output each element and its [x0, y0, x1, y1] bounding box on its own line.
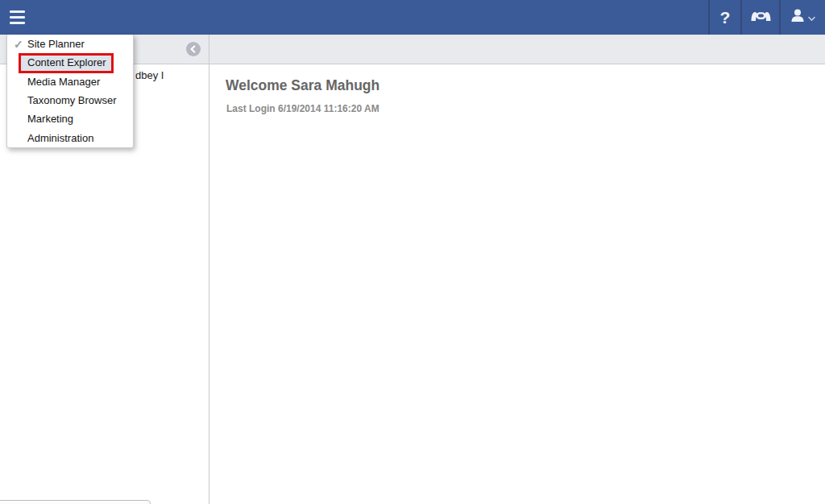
menu-item-media-manager[interactable]: Media Manager — [7, 72, 133, 91]
hamburger-bar — [10, 10, 25, 13]
page-title: Welcome Sara Mahugh — [226, 77, 379, 94]
menu-item-label: Site Planner — [27, 38, 85, 50]
help-button[interactable]: ? — [708, 0, 740, 35]
application-window: ? — [0, 0, 825, 504]
top-bar-actions: ? — [708, 0, 825, 35]
chevron-left-icon — [189, 43, 197, 56]
menu-item-label: Media Manager — [27, 76, 100, 88]
hamburger-bar — [10, 16, 25, 19]
menu-item-administration[interactable]: Administration — [7, 129, 133, 147]
menu-item-label: Administration — [27, 132, 93, 144]
user-menu-button[interactable] — [779, 0, 825, 35]
app-switcher-menu: ✓ Site Planner Content Explorer Media Ma… — [6, 35, 134, 148]
check-icon: ✓ — [14, 38, 23, 51]
handset-icon — [751, 10, 771, 25]
menu-item-site-planner[interactable]: ✓ Site Planner — [7, 35, 133, 53]
menu-item-marketing[interactable]: Marketing — [7, 109, 133, 128]
help-icon: ? — [720, 8, 731, 27]
menu-item-label: Taxonomy Browser — [27, 94, 117, 106]
hamburger-icon[interactable] — [10, 10, 25, 24]
menu-item-taxonomy-browser[interactable]: Taxonomy Browser — [7, 91, 133, 109]
sidebar-tree-item[interactable]: dbey I — [135, 69, 164, 81]
chevron-down-icon — [808, 10, 815, 25]
person-icon — [791, 9, 805, 26]
hamburger-bar — [10, 22, 25, 24]
menu-item-label: Marketing — [27, 113, 73, 125]
menu-item-content-explorer[interactable]: Content Explorer — [7, 53, 133, 72]
menu-item-label: Content Explorer — [27, 56, 106, 68]
collapse-sidebar-button[interactable] — [186, 42, 201, 56]
support-button[interactable] — [740, 0, 779, 35]
collapsed-bottom-panel[interactable] — [0, 500, 151, 504]
panel-divider — [209, 35, 209, 504]
last-login-text: Last Login 6/19/2014 11:16:20 AM — [226, 103, 379, 114]
top-bar: ? — [0, 0, 825, 35]
